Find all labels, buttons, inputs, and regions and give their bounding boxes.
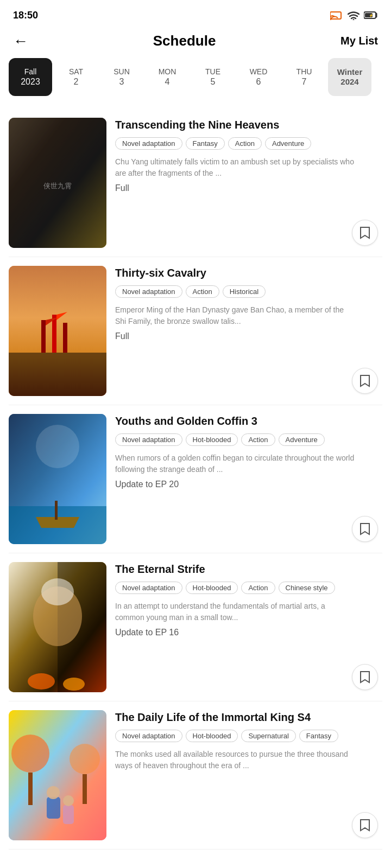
show-description: Emperor Ming of the Han Dynasty gave Ban… [115,304,355,327]
tab-sun-num: 3 [119,76,124,88]
show-item: The Daily Life of the Immortal King S4 N… [9,701,382,850]
show-thumbnail[interactable] [9,266,106,396]
tab-mon[interactable]: MON 4 [146,58,189,96]
tag: Adventure [279,433,325,446]
tag: Novel adaptation [115,137,182,150]
wifi-icon [348,10,360,20]
tag: Fantasy [299,730,338,742]
svg-point-29 [70,744,100,774]
show-info: Thirty-six Cavalry Novel adaptation Acti… [115,266,382,341]
status-icons: ⚡ [330,10,378,20]
svg-rect-11 [41,320,46,353]
bookmark-button[interactable] [352,220,378,246]
show-title: Youths and Golden Coffin 3 [115,414,355,428]
back-button[interactable]: ← [13,34,28,49]
show-status: Update to EP 20 [115,480,355,489]
bookmark-icon [360,819,370,832]
tab-winter-2024[interactable]: Winter2024 [328,58,371,96]
show-thumbnail[interactable]: 侠世九霄 [9,118,106,248]
svg-rect-34 [63,805,74,824]
status-bar: 18:50 ⚡ [0,0,391,28]
show-thumbnail[interactable] [9,562,106,692]
tab-sun-name: SUN [113,67,130,76]
svg-rect-30 [28,773,33,805]
show-thumbnail[interactable] [9,710,106,840]
tab-thu[interactable]: THU 7 [282,58,326,96]
svg-text:侠世九霄: 侠世九霄 [43,182,72,190]
tab-sat-num: 2 [74,76,79,88]
bookmark-button[interactable] [352,516,378,542]
tag: Action [228,137,262,150]
svg-point-2 [353,19,355,20]
svg-rect-20 [55,501,58,520]
tag: Fantasy [186,137,225,150]
page-title: Schedule [153,33,216,49]
show-status: Full [115,183,355,193]
tab-sat-name: SAT [69,67,83,76]
bookmark-icon [360,522,370,535]
tag: Hot-blooded [186,730,238,742]
show-description: The monks used all available resources t… [115,749,355,771]
show-item: The Eternal Strife Novel adaptation Hot-… [9,553,382,701]
bookmark-icon [360,374,370,387]
bookmark-button[interactable] [352,664,378,690]
thumb-artwork [9,266,106,396]
my-list-button[interactable]: My List [340,35,378,47]
show-status: Full [115,331,355,341]
bookmark-button[interactable] [352,368,378,394]
tag: Hot-blooded [186,433,238,446]
tag: Adventure [265,137,311,150]
tab-wed[interactable]: WED 6 [237,58,280,96]
show-thumbnail[interactable] [9,414,106,544]
bookmark-button[interactable] [352,812,378,838]
tab-mon-name: MON [159,67,176,76]
show-info: The Daily Life of the Immortal King S4 N… [115,710,382,776]
show-description: In an attempt to understand the fundamen… [115,601,355,623]
svg-point-33 [47,786,60,799]
tab-wed-name: WED [250,67,268,76]
tag: Action [186,285,219,298]
show-item: Thirty-six Cavalry Novel adaptation Acti… [9,257,382,405]
tag: Action [241,433,275,446]
tab-sun[interactable]: SUN 3 [100,58,143,96]
svg-point-26 [41,578,74,605]
svg-rect-10 [9,353,106,396]
tab-fall-2023[interactable]: Fall 2023 [9,58,52,96]
cast-icon [330,10,343,20]
tab-tue-name: TUE [205,67,220,76]
svg-rect-13 [63,323,67,353]
svg-point-24 [28,673,55,690]
tag: Novel adaptation [115,433,182,446]
svg-point-17 [36,425,79,468]
tab-thu-name: THU [297,67,312,76]
tab-season-line1: Fall [24,67,37,76]
tag: Novel adaptation [115,285,182,298]
thumb-artwork [9,414,106,544]
tag: Supernatural [241,730,295,742]
tag: Historical [223,285,266,298]
show-info: Transcending the Nine Heavens Novel adap… [115,118,382,193]
svg-rect-7 [9,118,106,248]
svg-text:⚡: ⚡ [369,13,374,18]
schedule-tabs: Fall 2023 SAT 2 SUN 3 MON 4 TUE 5 WED 6 … [0,58,391,96]
thumb-artwork: 侠世九霄 [9,118,106,248]
show-title: Thirty-six Cavalry [115,266,355,280]
tab-sat[interactable]: SAT 2 [54,58,98,96]
tab-tue[interactable]: TUE 5 [191,58,235,96]
svg-rect-6 [9,118,106,248]
status-time: 18:50 [13,10,38,21]
svg-point-35 [63,795,74,806]
show-title: Transcending the Nine Heavens [115,118,355,132]
show-tags: Novel adaptation Hot-blooded Action Adve… [115,433,355,446]
tab-tue-num: 5 [211,76,216,88]
show-info: Youths and Golden Coffin 3 Novel adaptat… [115,414,382,489]
top-nav: ← Schedule My List [0,28,391,58]
show-item: 侠世九霄 Transcending the Nine Heavens Novel… [9,109,382,257]
thumb-artwork [9,710,106,840]
show-description: When rumors of a golden coffin began to … [115,452,355,475]
show-tags: Novel adaptation Action Historical [115,285,355,298]
tag: Novel adaptation [115,582,182,594]
show-item: Youths and Golden Coffin 3 Novel adaptat… [9,405,382,553]
show-title: The Eternal Strife [115,562,355,576]
tag: Hot-blooded [186,582,238,594]
